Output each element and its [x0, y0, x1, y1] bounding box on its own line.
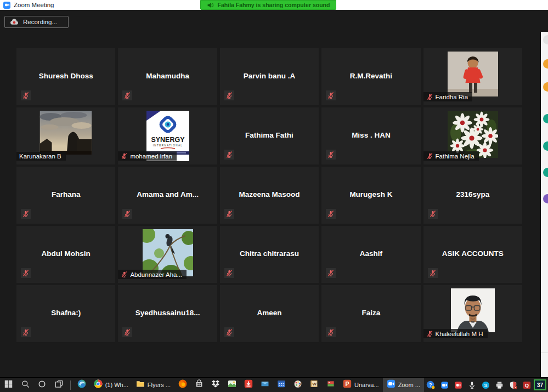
participant-name: Murugesh K — [323, 190, 419, 198]
start-icon — [4, 380, 13, 390]
taskbar-cortana-button[interactable] — [33, 378, 50, 392]
taskbar-app-chrome[interactable]: (1) Wh... — [90, 378, 132, 392]
participant-tile[interactable]: Farhana — [16, 167, 115, 224]
participant-tile[interactable]: Faridha Ria — [423, 48, 522, 105]
recording-cloud-icon — [10, 19, 19, 25]
tray-defender-icon[interactable] — [506, 378, 519, 392]
recording-indicator[interactable]: Recording... — [4, 16, 69, 28]
taskbar-app-powerpoint[interactable]: PUnarva... — [339, 378, 383, 392]
background-window-peek-icon — [543, 114, 548, 123]
participant-tile[interactable]: Abdunnazer Aha... — [118, 226, 217, 283]
firefox-icon — [178, 379, 187, 390]
participant-tile[interactable]: Shuresh Dhoss — [16, 48, 115, 105]
word-icon: W — [310, 379, 319, 390]
taskbar-app-zoom[interactable]: Zoom ... — [383, 378, 424, 392]
participant-name: Abdul Mohsin — [18, 249, 114, 258]
taskbar-app-edge[interactable] — [74, 378, 90, 392]
window-title: Zoom Meeting — [14, 2, 54, 8]
muted-mic-icon — [225, 210, 233, 218]
participant-tile[interactable]: Khaleelullah M H — [423, 285, 522, 342]
participant-tile[interactable]: Parvin banu .A — [220, 48, 319, 105]
participant-tile[interactable]: Amama and Am... — [118, 167, 217, 224]
taskbar-start-button[interactable] — [0, 378, 17, 392]
participant-tile[interactable]: Mazeena Masood — [220, 167, 319, 224]
participant-tile[interactable]: Aashif — [321, 226, 420, 283]
muted-mic-indicator — [21, 209, 31, 219]
tray-skype-icon[interactable]: S — [479, 378, 492, 392]
taskbar-app-movies[interactable] — [323, 378, 339, 392]
tray-zoom-icon[interactable] — [438, 378, 451, 392]
participant-tile[interactable]: ASIK ACCOUNTS — [423, 226, 522, 283]
taskbar-app-photos[interactable] — [224, 378, 240, 392]
participant-tile[interactable]: Fathima Fathi — [220, 107, 319, 164]
svg-text:SYNERGY: SYNERGY — [151, 136, 185, 144]
muted-mic-indicator — [326, 268, 336, 278]
taskbar-app-dropbox[interactable] — [207, 378, 224, 392]
participant-tile[interactable]: R.M.Revathi — [321, 48, 420, 105]
participant-tile[interactable]: SYNERGYINTERNATIONALmohamed irfan — [118, 107, 217, 164]
muted-mic-icon — [225, 269, 233, 277]
taskbar-app-label: (1) Wh... — [105, 382, 128, 388]
taskbar-app-mail[interactable] — [257, 378, 273, 392]
muted-mic-icon — [426, 152, 433, 160]
muted-mic-indicator — [224, 327, 234, 337]
muted-mic-indicator — [21, 90, 31, 100]
tray-counter-badge[interactable]: 37 — [534, 379, 546, 390]
participant-video-thumbnail — [451, 288, 495, 332]
download-icon — [244, 379, 253, 390]
taskbar-app-folder[interactable]: Flyers ... — [132, 378, 174, 392]
taskbar-app-word[interactable]: W — [306, 378, 323, 392]
participant-name: Shafna:) — [18, 309, 114, 317]
participant-tile[interactable]: Murugesh K — [321, 167, 420, 224]
participant-name: Aashif — [323, 249, 419, 258]
background-window-peek-icon — [543, 141, 548, 151]
muted-mic-indicator — [122, 209, 132, 219]
taskbar-app-calendar[interactable] — [273, 378, 290, 392]
taskbar-app-paint[interactable] — [290, 378, 306, 392]
participant-tile[interactable]: Chitra chitrarasu — [220, 226, 319, 283]
participant-tile[interactable]: Faiza — [321, 285, 420, 342]
participant-name: Mahamudha — [119, 72, 216, 80]
svg-text:P: P — [345, 380, 349, 387]
muted-mic-icon — [327, 328, 335, 336]
taskbar-app-store[interactable] — [191, 378, 207, 392]
tray-help-icon[interactable]: ? — [424, 378, 437, 392]
muted-mic-icon — [225, 92, 233, 99]
taskbar-task-view-button[interactable] — [50, 378, 67, 392]
muted-mic-indicator — [122, 90, 132, 100]
muted-mic-indicator — [224, 150, 234, 160]
participant-name: Ameen — [221, 309, 318, 317]
participant-name-label: Khaleelullah M H — [423, 329, 488, 338]
muted-mic-icon — [123, 92, 131, 99]
participant-name-label: Karunakaran B — [16, 152, 66, 161]
participant-tile[interactable]: Ameen — [220, 285, 319, 342]
svg-text:S: S — [484, 382, 487, 388]
muted-mic-icon — [327, 151, 335, 158]
participant-tile[interactable]: Miss . HAN — [321, 107, 420, 164]
tray-record-icon[interactable] — [451, 378, 465, 392]
taskbar-app-download[interactable] — [240, 378, 257, 392]
participant-tile[interactable]: Mahamudha — [118, 48, 217, 105]
participant-name: Fathima Nejla — [436, 153, 474, 160]
muted-mic-icon — [22, 210, 30, 218]
participant-tile[interactable]: Fathima Nejla — [423, 107, 522, 164]
participant-tile[interactable]: Karunakaran B — [16, 107, 115, 164]
tray-microphone-icon[interactable] — [465, 378, 478, 392]
participant-tile[interactable]: Syedhussainu18... — [118, 285, 217, 342]
speaker-icon — [207, 2, 214, 9]
background-window-peek-icon — [543, 194, 548, 203]
muted-mic-indicator — [326, 327, 336, 337]
background-window-edge[interactable] — [540, 32, 548, 377]
participant-tile[interactable]: Shafna:) — [16, 285, 115, 342]
muted-mic-icon — [225, 328, 233, 336]
taskbar-search-button[interactable] — [17, 378, 34, 392]
tray-printer-icon[interactable] — [493, 378, 506, 392]
tray-quora-icon[interactable]: Q — [520, 378, 533, 392]
background-window-peek-icon — [543, 59, 548, 69]
taskbar-app-firefox[interactable] — [174, 378, 191, 392]
muted-mic-indicator — [428, 268, 438, 278]
muted-mic-indicator — [21, 268, 31, 278]
desktop: Zoom Meeting Fahila Fahmy is sharing com… — [0, 0, 548, 392]
participant-tile[interactable]: Abdul Mohsin — [16, 226, 115, 283]
participant-tile[interactable]: 2316sypa — [423, 167, 522, 224]
